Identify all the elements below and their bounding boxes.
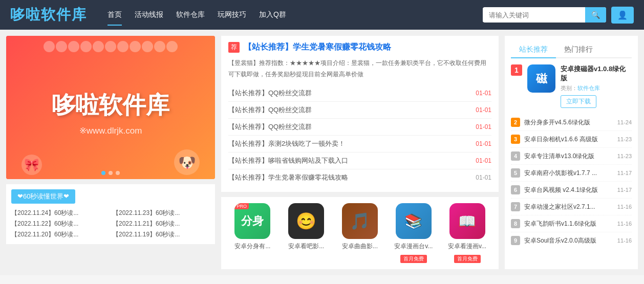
sidebar-link-0[interactable]: 【2022.11.24】60秒读... [11, 209, 109, 217]
rank-item-name-1[interactable]: 安卓日杂相机v1.6.6 高级版 [524, 135, 617, 144]
app-label-1: 安卓看吧影... [288, 242, 324, 251]
tab-hot[interactable]: 热门排行 [556, 42, 601, 57]
tab-recommended[interactable]: 站长推荐 [511, 42, 556, 58]
app-label-2: 安卓曲曲影... [342, 242, 378, 251]
banner: 哆啦软件库 ※www.dlrjk.com 🐶 🎀 [6, 36, 215, 179]
download-button[interactable]: 立即下载 [561, 95, 596, 108]
sidebar-link-4[interactable]: 【2022.11.20】60秒读... [11, 230, 109, 239]
app-label-3: 安卓漫画台v... [394, 242, 433, 251]
news-text-4[interactable]: 【站长推荐】哆啦省钱购网站及下载入口 [228, 156, 348, 165]
featured-title-row: 荐 【站长推荐】学生党暑寒假赚零花钱攻略 [228, 42, 491, 53]
rank-item-date-4: 11-17 [617, 187, 632, 193]
rank-item-date-2: 11-23 [617, 153, 632, 159]
news-date-2: 01-01 [476, 123, 491, 130]
sidebar-title: ❤60秒读懂世界❤ [11, 189, 75, 204]
news-text-2[interactable]: 【站长推荐】QQ粉丝交流群 [228, 122, 312, 132]
rank-app-info: 安卓搜磁器v1.0.8绿化版 类别：软件仓库 立即下载 [561, 64, 632, 108]
rank-item-date-7: 11-16 [617, 237, 632, 244]
banner-mascot2: 🎀 [22, 155, 42, 175]
featured-title[interactable]: 【站长推荐】学生党暑寒假赚零花钱攻略 [244, 42, 391, 53]
rank-num-5: 7 [511, 202, 520, 211]
rank-item-2: 4 安卓专注清单v13.0绿化版 11-23 [511, 148, 632, 165]
rank-item-7: 9 安卓Soul音乐v2.0.0高级版 11-16 [511, 232, 632, 249]
nav-home[interactable]: 首页 [108, 8, 122, 21]
app-label-4: 安卓看漫画v... [448, 242, 486, 251]
nav-qq[interactable]: 加入Q群 [259, 8, 286, 21]
news-item-5: 【站长推荐】学生党暑寒假赚零花钱攻略 01-01 [228, 169, 491, 186]
rank-num-badge: 1 [511, 64, 522, 76]
rank-item-name-7[interactable]: 安卓Soul音乐v2.0.0高级版 [524, 236, 617, 245]
left-column: 哆啦软件库 ※www.dlrjk.com 🐶 🎀 ❤60秒读懂世界❤ 【2022… [6, 36, 215, 269]
sidebar-link-5[interactable]: 【2022.11.19】60秒读... [113, 230, 210, 239]
rank-item-name-5[interactable]: 安卓动漫之家社区v2.7.1... [524, 203, 617, 211]
rank-num-4: 6 [511, 185, 520, 194]
rank-item-date-6: 11-16 [617, 221, 632, 227]
rank-item-date-3: 11-17 [617, 170, 632, 176]
banner-title: 哆啦软件库 [52, 90, 169, 121]
user-button[interactable]: 👤 [611, 7, 634, 24]
news-date-1: 01-01 [476, 106, 491, 114]
nav-software[interactable]: 软件仓库 [176, 8, 205, 21]
rank-num-2: 4 [511, 151, 520, 161]
app-item-0[interactable]: PRO 分身 安卓分身有... [228, 203, 277, 263]
sidebar-section: ❤60秒读懂世界❤ 【2022.11.24】60秒读... 【2022.11.2… [6, 184, 215, 244]
rank-num-3: 5 [511, 168, 520, 178]
app-item-3[interactable]: 📚 安卓漫画台v... 首月免费 [389, 203, 438, 263]
rank-app-name: 安卓搜磁器v1.0.8绿化版 [561, 64, 632, 83]
logo: 哆啦软件库 [10, 5, 87, 25]
search-box: 🔍 [483, 7, 606, 23]
news-item-2: 【站长推荐】QQ粉丝交流群 01-01 [228, 119, 491, 136]
sidebar-link-3[interactable]: 【2022.11.21】60秒读... [113, 220, 210, 228]
app-item-4[interactable]: 📖 安卓看漫画v... 首月免费 [443, 203, 491, 263]
news-text-1[interactable]: 【站长推荐】QQ粉丝交流群 [228, 105, 312, 115]
app-item-2[interactable]: 🎵 安卓曲曲影... [336, 203, 384, 263]
middle-column: 荐 【站长推荐】学生党暑寒假赚零花钱攻略 【昱裳猫】推荐指数：★★★★★项目介绍… [221, 36, 499, 269]
rank-num-0: 2 [511, 118, 520, 127]
app-icon-0: PRO 分身 [234, 203, 270, 239]
rank-item-name-3[interactable]: 安卓南府小筑影视v1.7.7 ... [524, 169, 617, 178]
news-date-0: 01-01 [476, 90, 491, 97]
news-text-5[interactable]: 【站长推荐】学生党暑寒假赚零花钱攻略 [228, 173, 348, 182]
right-column: 站长推荐 热门排行 1 磁 安卓搜磁器v1.0.8绿化版 类别：软件仓库 立即下… [505, 36, 638, 269]
pro-badge-0: PRO [234, 203, 249, 209]
app-icon-2: 🎵 [342, 203, 378, 239]
app-item-1[interactable]: 😊 安卓看吧影... [282, 203, 331, 263]
rank-featured: 1 磁 安卓搜磁器v1.0.8绿化版 类别：软件仓库 立即下载 [511, 64, 632, 108]
rank-item-name-0[interactable]: 微分身多开v4.5.6绿化版 [524, 118, 617, 127]
rank-item-1: 3 安卓日杂相机v1.6.6 高级版 11-23 [511, 131, 632, 148]
nav-activity[interactable]: 活动线报 [135, 8, 163, 21]
main-content: 哆啦软件库 ※www.dlrjk.com 🐶 🎀 ❤60秒读懂世界❤ 【2022… [0, 30, 644, 275]
nav-tips[interactable]: 玩网技巧 [218, 8, 246, 21]
rank-item-name-2[interactable]: 安卓专注清单v13.0绿化版 [524, 152, 617, 161]
sidebar-link-1[interactable]: 【2022.11.23】60秒读... [113, 209, 210, 217]
sidebar-links: 【2022.11.24】60秒读... 【2022.11.23】60秒读... … [11, 209, 210, 239]
banner-dots [101, 171, 120, 175]
news-text-3[interactable]: 【站长推荐】亲测2块钱吃了一顿外卖！ [228, 139, 345, 148]
app-label-0: 安卓分身有... [234, 242, 270, 251]
app-icon-3: 📚 [396, 203, 432, 239]
rank-num-6: 8 [511, 219, 520, 228]
rank-num-1: 3 [511, 135, 520, 144]
news-text-0[interactable]: 【站长推荐】QQ粉丝交流群 [228, 89, 312, 98]
rank-list: 2 微分身多开v4.5.6绿化版 11-24 3 安卓日杂相机v1.6.6 高级… [511, 114, 632, 249]
rank-item-5: 7 安卓动漫之家社区v2.7.1... 11-16 [511, 199, 632, 215]
news-item-0: 【站长推荐】QQ粉丝交流群 01-01 [228, 85, 491, 102]
app-icon-4: 📖 [449, 203, 485, 239]
banner-url: ※www.dlrjk.com [79, 125, 142, 136]
rank-item-6: 8 安卓飞韵听书v1.1.6绿化版 11-16 [511, 215, 632, 232]
rank-item-name-6[interactable]: 安卓飞韵听书v1.1.6绿化版 [524, 220, 617, 228]
featured-section: 荐 【站长推荐】学生党暑寒假赚零花钱攻略 【昱裳猫】推荐指数：★★★★★项目介绍… [221, 36, 499, 192]
featured-tag: 荐 [228, 42, 240, 53]
sidebar-link-2[interactable]: 【2022.11.22】60秒读... [11, 220, 109, 228]
free-badge-3: 首月免费 [400, 255, 427, 263]
right-tabs: 站长推荐 热门排行 [511, 42, 632, 58]
rank-item-name-4[interactable]: 安卓台风视频 v2.4.1绿化版 [524, 186, 617, 194]
search-button[interactable]: 🔍 [585, 7, 606, 23]
news-date-5: 01-01 [476, 174, 491, 181]
main-nav: 首页 活动线报 软件仓库 玩网技巧 加入Q群 [108, 8, 286, 21]
search-input[interactable] [483, 8, 585, 22]
rank-app-icon: 磁 [527, 64, 555, 93]
rank-item-date-5: 11-16 [617, 204, 632, 210]
app-icon-1: 😊 [288, 203, 324, 239]
news-date-3: 01-01 [476, 140, 491, 147]
